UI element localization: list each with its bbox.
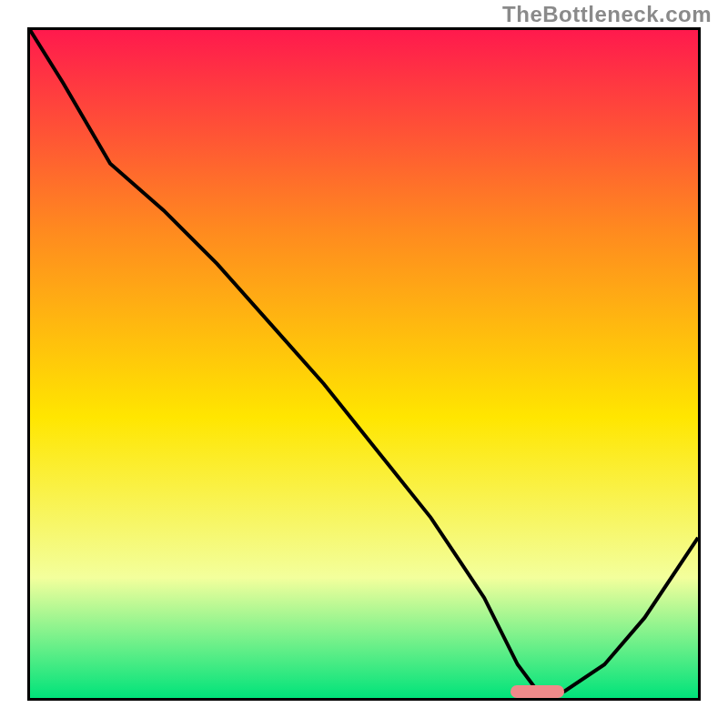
optimal-range-marker — [511, 685, 564, 698]
plot-area — [27, 27, 701, 701]
watermark-text: TheBottleneck.com — [502, 2, 712, 27]
chart-frame: TheBottleneck.com — [0, 0, 728, 728]
bottleneck-curve — [30, 30, 698, 698]
